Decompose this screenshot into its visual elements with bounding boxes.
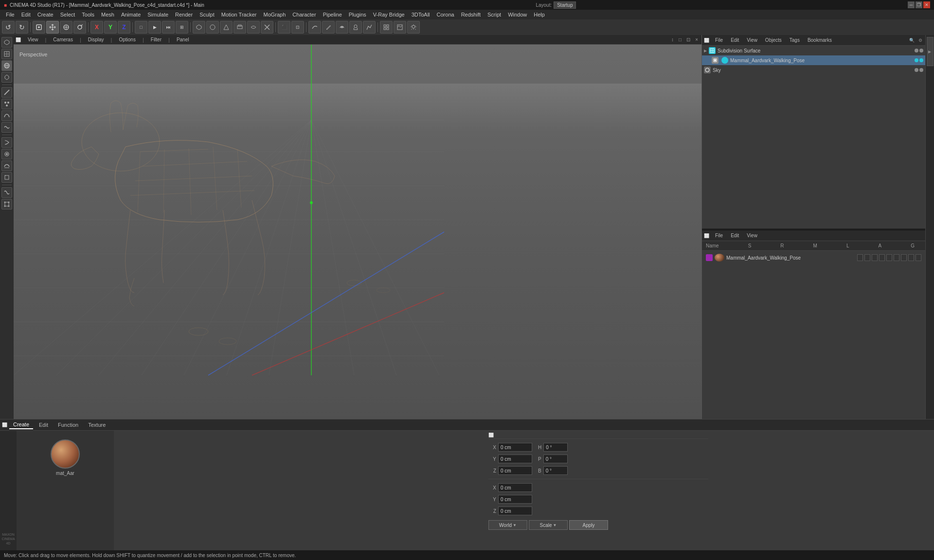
render-region-button[interactable]: ▶ <box>148 21 161 34</box>
coord-sx-input[interactable] <box>498 483 532 492</box>
viewport-tab-view[interactable]: View <box>24 36 42 43</box>
mm-edit[interactable]: Edit <box>728 232 742 239</box>
om-settings-icon[interactable]: ⚙ <box>917 38 923 43</box>
right-panel-collapse[interactable]: ▶ <box>927 37 934 66</box>
mode-model[interactable] <box>1 37 12 48</box>
mode-wireframe[interactable] <box>1 60 12 71</box>
menu-sculpt[interactable]: Sculpt <box>197 11 217 18</box>
menu-script[interactable]: Script <box>485 11 504 18</box>
menu-vray[interactable]: V-Ray Bridge <box>370 11 408 18</box>
redo-button[interactable]: ↻ <box>16 21 28 34</box>
menu-corona[interactable]: Corona <box>434 11 457 18</box>
coord-z-input[interactable] <box>498 466 532 475</box>
menu-simulate[interactable]: Simulate <box>144 11 171 18</box>
coord-sz-input[interactable] <box>498 507 532 515</box>
coord-p-input[interactable] <box>543 455 568 463</box>
rotate-tool[interactable] <box>73 21 86 34</box>
tool-deform[interactable] <box>1 187 12 198</box>
sculpt-btn[interactable] <box>363 21 376 34</box>
mode-point[interactable] <box>1 99 12 109</box>
om-item-sky[interactable]: Sky <box>702 65 925 75</box>
grid-btn[interactable] <box>380 21 393 34</box>
weight-btn[interactable] <box>349 21 362 34</box>
title-bar-controls[interactable]: ─ ❐ ✕ <box>908 1 930 8</box>
mode-spline[interactable] <box>1 110 12 121</box>
om-item-subdivision[interactable]: ▶ Subdivision Surface <box>702 46 925 55</box>
mode-polygon[interactable] <box>1 72 12 83</box>
close-button[interactable]: ✕ <box>923 1 930 8</box>
viewport-fullscreen-icon[interactable]: □ <box>677 37 683 42</box>
spline-btn[interactable] <box>308 21 321 34</box>
om-file[interactable]: File <box>712 37 726 43</box>
scale-tool[interactable] <box>60 21 72 34</box>
om-tags[interactable]: Tags <box>787 37 803 43</box>
om-item-aardvark[interactable]: Mammal_Aardvark_Walking_Pose <box>702 55 925 65</box>
tool-bulge[interactable] <box>1 149 12 159</box>
viewport-tab-panel[interactable]: Panel <box>173 36 193 43</box>
texture-btn[interactable] <box>394 21 406 34</box>
menu-pipeline[interactable]: Pipeline <box>320 11 345 18</box>
mode-texture[interactable] <box>1 49 12 59</box>
viewport-settings-icon[interactable]: ⊡ <box>685 37 692 42</box>
render-mode-button[interactable]: □ <box>135 21 147 34</box>
menu-plugins[interactable]: Plugins <box>346 11 369 18</box>
menu-3dto[interactable]: 3DToAll <box>409 11 433 18</box>
menu-select[interactable]: Select <box>57 11 78 18</box>
scale-button[interactable]: Scale ▼ <box>529 520 568 530</box>
coord-h-input[interactable] <box>543 443 568 452</box>
om-search-icon[interactable]: 🔍 <box>908 38 916 43</box>
menu-animate[interactable]: Animate <box>118 11 144 18</box>
paint-btn[interactable] <box>322 21 335 34</box>
z-axis-button[interactable]: Z <box>118 21 130 34</box>
display-btn-2[interactable]: ⊡ <box>291 21 304 34</box>
apply-button[interactable]: Apply <box>569 520 608 530</box>
light-btn[interactable] <box>407 21 420 34</box>
menu-redshift[interactable]: Redshift <box>458 11 484 18</box>
menu-render[interactable]: Render <box>172 11 196 18</box>
undo-button[interactable]: ↺ <box>2 21 15 34</box>
tool-smooth[interactable] <box>1 160 12 171</box>
object-btn-2[interactable] <box>206 21 219 34</box>
mode-sculpt[interactable] <box>1 122 12 133</box>
menu-motion-tracker[interactable]: Motion Tracker <box>218 11 260 18</box>
bottom-tab-function[interactable]: Function <box>54 421 82 429</box>
object-btn-4[interactable] <box>234 21 246 34</box>
mm-item-aardvark[interactable]: Mammal_Aardvark_Walking_Pose <box>704 253 923 262</box>
menu-create[interactable]: Create <box>35 11 56 18</box>
tool-bend[interactable] <box>1 137 12 148</box>
viewport-tab-display[interactable]: Display <box>84 36 108 43</box>
menu-mograph[interactable]: MoGraph <box>260 11 288 18</box>
menu-character[interactable]: Character <box>289 11 319 18</box>
bottom-tab-texture[interactable]: Texture <box>84 421 109 429</box>
menu-tools[interactable]: Tools <box>79 11 97 18</box>
bottom-tab-create[interactable]: Create <box>9 420 33 429</box>
coord-b-input[interactable] <box>543 466 568 475</box>
object-btn-5[interactable] <box>247 21 260 34</box>
menu-file[interactable]: File <box>3 11 18 18</box>
om-objects[interactable]: Objects <box>762 37 785 43</box>
live-select-tool[interactable] <box>33 21 45 34</box>
tool-shear[interactable] <box>1 172 12 183</box>
object-btn-6[interactable] <box>261 21 273 34</box>
om-edit[interactable]: Edit <box>728 37 742 43</box>
display-btn-1[interactable]: ⬛ <box>278 21 290 34</box>
object-btn-3[interactable] <box>220 21 233 34</box>
coord-sy-input[interactable] <box>498 495 532 504</box>
viewport-expand-icon[interactable]: ↕ <box>670 37 675 42</box>
y-axis-button[interactable]: Y <box>104 21 117 34</box>
viewport-close-icon[interactable]: × <box>694 37 700 42</box>
menu-mesh[interactable]: Mesh <box>98 11 117 18</box>
move-tool[interactable] <box>46 21 59 34</box>
tool-lattice[interactable] <box>1 199 12 210</box>
menu-edit[interactable]: Edit <box>18 11 34 18</box>
render-all-button[interactable]: ⏭ <box>162 21 175 34</box>
coord-x-input[interactable] <box>498 443 532 452</box>
material-btn[interactable]: ⊞ <box>176 21 188 34</box>
mode-edge[interactable] <box>1 87 12 98</box>
menu-window[interactable]: Window <box>505 11 530 18</box>
restore-button[interactable]: ❐ <box>916 1 922 8</box>
coord-y-input[interactable] <box>498 455 532 463</box>
bottom-tab-edit[interactable]: Edit <box>35 421 52 429</box>
viewport-tab-options[interactable]: Options <box>115 36 139 43</box>
minimize-button[interactable]: ─ <box>908 1 915 8</box>
